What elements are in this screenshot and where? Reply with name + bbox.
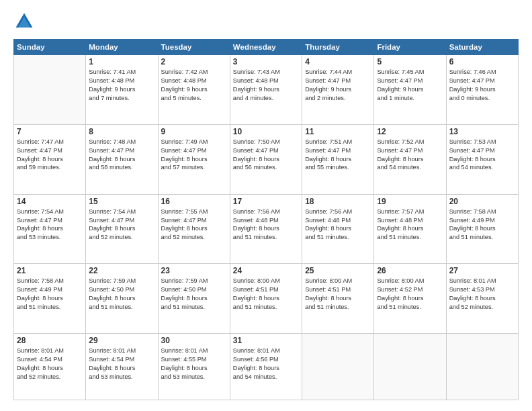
day-number: 22 bbox=[89, 266, 154, 275]
day-info: Sunrise: 7:52 AM Sunset: 4:47 PM Dayligh… bbox=[377, 138, 443, 173]
weekday-header-friday: Friday bbox=[374, 40, 446, 55]
logo-icon bbox=[13, 11, 35, 32]
week-row-3: 14Sunrise: 7:54 AM Sunset: 4:47 PM Dayli… bbox=[14, 194, 519, 264]
weekday-header-row: SundayMondayTuesdayWednesdayThursdayFrid… bbox=[14, 40, 519, 55]
day-number: 31 bbox=[233, 336, 299, 345]
day-info: Sunrise: 7:45 AM Sunset: 4:47 PM Dayligh… bbox=[377, 68, 443, 103]
day-number: 14 bbox=[17, 197, 83, 206]
day-info: Sunrise: 7:54 AM Sunset: 4:47 PM Dayligh… bbox=[89, 208, 154, 242]
day-info: Sunrise: 7:54 AM Sunset: 4:47 PM Dayligh… bbox=[17, 208, 83, 242]
weekday-header-sunday: Sunday bbox=[14, 40, 86, 55]
day-info: Sunrise: 8:01 AM Sunset: 4:53 PM Dayligh… bbox=[449, 277, 515, 312]
day-cell: 15Sunrise: 7:54 AM Sunset: 4:47 PM Dayli… bbox=[86, 194, 158, 264]
day-number: 18 bbox=[305, 197, 371, 206]
header bbox=[13, 11, 519, 32]
day-number: 10 bbox=[233, 127, 299, 136]
day-info: Sunrise: 7:57 AM Sunset: 4:48 PM Dayligh… bbox=[377, 208, 443, 242]
day-number: 17 bbox=[233, 197, 299, 206]
day-number: 2 bbox=[161, 57, 227, 66]
day-info: Sunrise: 7:41 AM Sunset: 4:48 PM Dayligh… bbox=[89, 68, 154, 103]
day-info: Sunrise: 7:51 AM Sunset: 4:47 PM Dayligh… bbox=[305, 138, 371, 173]
day-number: 7 bbox=[17, 127, 83, 136]
day-info: Sunrise: 7:59 AM Sunset: 4:50 PM Dayligh… bbox=[89, 277, 154, 312]
day-cell: 6Sunrise: 7:46 AM Sunset: 4:47 PM Daylig… bbox=[446, 55, 518, 125]
day-cell: 3Sunrise: 7:43 AM Sunset: 4:48 PM Daylig… bbox=[230, 55, 302, 125]
day-number: 8 bbox=[89, 127, 154, 136]
day-info: Sunrise: 8:00 AM Sunset: 4:51 PM Dayligh… bbox=[233, 277, 299, 312]
calendar-table: SundayMondayTuesdayWednesdayThursdayFrid… bbox=[13, 39, 519, 400]
day-number: 13 bbox=[449, 127, 515, 136]
day-cell: 10Sunrise: 7:50 AM Sunset: 4:47 PM Dayli… bbox=[230, 124, 302, 194]
day-cell: 26Sunrise: 8:00 AM Sunset: 4:52 PM Dayli… bbox=[374, 264, 446, 334]
day-info: Sunrise: 8:01 AM Sunset: 4:56 PM Dayligh… bbox=[233, 347, 299, 381]
day-number: 24 bbox=[233, 266, 299, 275]
day-cell: 27Sunrise: 8:01 AM Sunset: 4:53 PM Dayli… bbox=[446, 264, 518, 334]
day-cell: 8Sunrise: 7:48 AM Sunset: 4:47 PM Daylig… bbox=[86, 124, 158, 194]
day-info: Sunrise: 8:01 AM Sunset: 4:54 PM Dayligh… bbox=[89, 347, 154, 381]
day-cell: 4Sunrise: 7:44 AM Sunset: 4:47 PM Daylig… bbox=[302, 55, 374, 125]
day-number: 5 bbox=[377, 57, 443, 66]
day-cell: 19Sunrise: 7:57 AM Sunset: 4:48 PM Dayli… bbox=[374, 194, 446, 264]
weekday-header-monday: Monday bbox=[86, 40, 158, 55]
day-info: Sunrise: 7:48 AM Sunset: 4:47 PM Dayligh… bbox=[89, 138, 154, 173]
day-cell: 21Sunrise: 7:58 AM Sunset: 4:49 PM Dayli… bbox=[14, 264, 86, 334]
day-number: 3 bbox=[233, 57, 299, 66]
day-info: Sunrise: 7:53 AM Sunset: 4:47 PM Dayligh… bbox=[449, 138, 515, 173]
day-number: 15 bbox=[89, 197, 154, 206]
day-number: 27 bbox=[449, 266, 515, 275]
day-cell: 18Sunrise: 7:56 AM Sunset: 4:48 PM Dayli… bbox=[302, 194, 374, 264]
day-info: Sunrise: 7:56 AM Sunset: 4:48 PM Dayligh… bbox=[305, 208, 371, 242]
week-row-4: 21Sunrise: 7:58 AM Sunset: 4:49 PM Dayli… bbox=[14, 264, 519, 334]
day-info: Sunrise: 7:56 AM Sunset: 4:48 PM Dayligh… bbox=[233, 208, 299, 242]
day-number: 21 bbox=[17, 266, 83, 275]
day-cell: 16Sunrise: 7:55 AM Sunset: 4:47 PM Dayli… bbox=[158, 194, 230, 264]
day-number: 28 bbox=[17, 336, 83, 345]
day-info: Sunrise: 8:00 AM Sunset: 4:52 PM Dayligh… bbox=[377, 277, 443, 312]
day-cell bbox=[374, 334, 446, 400]
day-number: 20 bbox=[449, 197, 515, 206]
day-cell bbox=[14, 55, 86, 125]
day-number: 12 bbox=[377, 127, 443, 136]
day-cell: 20Sunrise: 7:58 AM Sunset: 4:49 PM Dayli… bbox=[446, 194, 518, 264]
week-row-1: 1Sunrise: 7:41 AM Sunset: 4:48 PM Daylig… bbox=[14, 55, 519, 125]
day-info: Sunrise: 7:50 AM Sunset: 4:47 PM Dayligh… bbox=[233, 138, 299, 173]
day-info: Sunrise: 8:01 AM Sunset: 4:55 PM Dayligh… bbox=[161, 347, 227, 381]
day-number: 26 bbox=[377, 266, 443, 275]
day-info: Sunrise: 7:46 AM Sunset: 4:47 PM Dayligh… bbox=[449, 68, 515, 103]
day-number: 9 bbox=[161, 127, 227, 136]
day-info: Sunrise: 7:59 AM Sunset: 4:50 PM Dayligh… bbox=[161, 277, 227, 312]
day-cell: 9Sunrise: 7:49 AM Sunset: 4:47 PM Daylig… bbox=[158, 124, 230, 194]
day-info: Sunrise: 7:43 AM Sunset: 4:48 PM Dayligh… bbox=[233, 68, 299, 103]
week-row-2: 7Sunrise: 7:47 AM Sunset: 4:47 PM Daylig… bbox=[14, 124, 519, 194]
weekday-header-tuesday: Tuesday bbox=[158, 40, 230, 55]
day-cell: 5Sunrise: 7:45 AM Sunset: 4:47 PM Daylig… bbox=[374, 55, 446, 125]
day-info: Sunrise: 7:58 AM Sunset: 4:49 PM Dayligh… bbox=[449, 208, 515, 242]
day-cell: 11Sunrise: 7:51 AM Sunset: 4:47 PM Dayli… bbox=[302, 124, 374, 194]
day-cell: 25Sunrise: 8:00 AM Sunset: 4:51 PM Dayli… bbox=[302, 264, 374, 334]
day-cell: 22Sunrise: 7:59 AM Sunset: 4:50 PM Dayli… bbox=[86, 264, 158, 334]
day-number: 23 bbox=[161, 266, 227, 275]
day-cell: 23Sunrise: 7:59 AM Sunset: 4:50 PM Dayli… bbox=[158, 264, 230, 334]
day-number: 25 bbox=[305, 266, 371, 275]
day-info: Sunrise: 7:55 AM Sunset: 4:47 PM Dayligh… bbox=[161, 208, 227, 242]
day-info: Sunrise: 8:00 AM Sunset: 4:51 PM Dayligh… bbox=[305, 277, 371, 312]
day-number: 6 bbox=[449, 57, 515, 66]
day-number: 16 bbox=[161, 197, 227, 206]
week-row-5: 28Sunrise: 8:01 AM Sunset: 4:54 PM Dayli… bbox=[14, 334, 519, 400]
page: SundayMondayTuesdayWednesdayThursdayFrid… bbox=[0, 0, 532, 411]
day-info: Sunrise: 7:58 AM Sunset: 4:49 PM Dayligh… bbox=[17, 277, 83, 312]
day-info: Sunrise: 7:42 AM Sunset: 4:48 PM Dayligh… bbox=[161, 68, 227, 103]
logo bbox=[13, 11, 38, 32]
day-number: 1 bbox=[89, 57, 154, 66]
weekday-header-thursday: Thursday bbox=[302, 40, 374, 55]
day-cell bbox=[302, 334, 374, 400]
day-cell: 17Sunrise: 7:56 AM Sunset: 4:48 PM Dayli… bbox=[230, 194, 302, 264]
day-number: 29 bbox=[89, 336, 154, 345]
weekday-header-wednesday: Wednesday bbox=[230, 40, 302, 55]
day-cell: 1Sunrise: 7:41 AM Sunset: 4:48 PM Daylig… bbox=[86, 55, 158, 125]
day-number: 4 bbox=[305, 57, 371, 66]
day-number: 30 bbox=[161, 336, 227, 345]
day-info: Sunrise: 7:49 AM Sunset: 4:47 PM Dayligh… bbox=[161, 138, 227, 173]
day-cell: 12Sunrise: 7:52 AM Sunset: 4:47 PM Dayli… bbox=[374, 124, 446, 194]
day-info: Sunrise: 8:01 AM Sunset: 4:54 PM Dayligh… bbox=[17, 347, 83, 381]
